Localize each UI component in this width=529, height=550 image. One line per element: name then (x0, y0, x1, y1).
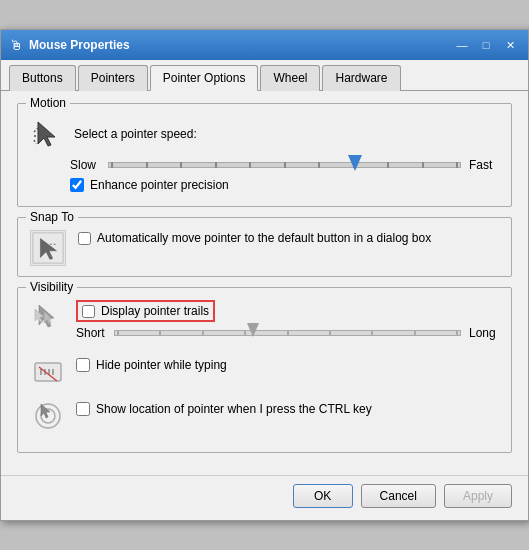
mouse-properties-window: 🖱 Mouse Properties — □ ✕ Buttons Pointer… (0, 29, 529, 521)
title-bar: 🖱 Mouse Properties — □ ✕ (1, 30, 528, 60)
svg-marker-0 (38, 122, 55, 146)
snap-label[interactable]: Automatically move pointer to the defaul… (97, 230, 431, 247)
motion-row: Select a pointer speed: (30, 116, 499, 152)
hide-typing-row: Hide pointer while typing (30, 354, 499, 390)
window-title: Mouse Properties (29, 38, 130, 52)
motion-section-title: Motion (26, 96, 70, 110)
precision-label[interactable]: Enhance pointer precision (90, 178, 229, 192)
speed-slider-container: Slow (70, 158, 499, 172)
snap-to-inner: Automatically move pointer to the defaul… (30, 230, 499, 266)
snap-checkbox-area: Automatically move pointer to the defaul… (78, 230, 431, 247)
fast-label: Fast (469, 158, 499, 172)
short-label: Short (76, 326, 106, 340)
title-bar-left: 🖱 Mouse Properties (9, 37, 130, 53)
speed-slider-track[interactable] (108, 162, 461, 168)
trails-row: Display pointer trails Short (30, 300, 499, 346)
ctrl-location-checkbox[interactable] (76, 402, 90, 416)
minimize-button[interactable]: — (452, 36, 472, 54)
trails-label[interactable]: Display pointer trails (101, 304, 209, 318)
svg-point-16 (36, 404, 60, 428)
ok-button[interactable]: OK (293, 484, 353, 508)
trails-checkbox[interactable] (82, 305, 95, 318)
tab-hardware[interactable]: Hardware (322, 65, 400, 91)
hide-typing-icon (30, 354, 66, 390)
speed-label: Select a pointer speed: (74, 127, 197, 141)
svg-line-3 (34, 140, 36, 144)
trails-checkbox-area: Display pointer trails (76, 300, 499, 322)
snap-to-section: Snap To Automatically move pointer to th… (17, 217, 512, 277)
precision-checkbox[interactable] (70, 178, 84, 192)
tab-wheel[interactable]: Wheel (260, 65, 320, 91)
trails-slider-thumb[interactable] (247, 323, 259, 337)
hide-typing-content: Hide pointer while typing (76, 354, 499, 372)
visibility-inner: Display pointer trails Short (30, 300, 499, 434)
snap-to-section-title: Snap To (26, 210, 78, 224)
content-area: Motion Select a pointer speed: Slow (1, 91, 528, 475)
snap-checkbox[interactable] (78, 232, 91, 245)
motion-cursor-icon (30, 116, 66, 152)
tab-buttons[interactable]: Buttons (9, 65, 76, 91)
trails-highlight-box: Display pointer trails (76, 300, 215, 322)
visibility-section: Visibility (17, 287, 512, 453)
window-icon: 🖱 (9, 37, 23, 53)
svg-line-1 (34, 128, 38, 132)
precision-row: Enhance pointer precision (70, 178, 499, 192)
ctrl-location-icon (30, 398, 66, 434)
close-button[interactable]: ✕ (500, 36, 520, 54)
snap-icon (30, 230, 66, 266)
ctrl-location-row: Show location of pointer when I press th… (30, 398, 499, 434)
title-controls: — □ ✕ (452, 36, 520, 54)
cancel-button[interactable]: Cancel (361, 484, 436, 508)
trails-icon (30, 300, 66, 336)
tab-pointers[interactable]: Pointers (78, 65, 148, 91)
trails-slider-track[interactable] (114, 330, 461, 336)
hide-typing-checkbox-row: Hide pointer while typing (76, 358, 499, 372)
maximize-button[interactable]: □ (476, 36, 496, 54)
footer: OK Cancel Apply (1, 475, 528, 520)
ctrl-location-checkbox-row: Show location of pointer when I press th… (76, 402, 499, 416)
trails-slider-container: Short (76, 326, 499, 340)
motion-section: Motion Select a pointer speed: Slow (17, 103, 512, 207)
speed-slider-thumb[interactable] (348, 155, 362, 171)
visibility-section-title: Visibility (26, 280, 77, 294)
ctrl-location-content: Show location of pointer when I press th… (76, 398, 499, 416)
tab-pointer-options[interactable]: Pointer Options (150, 65, 259, 91)
svg-marker-18 (41, 404, 50, 418)
slow-label: Slow (70, 158, 100, 172)
hide-typing-checkbox[interactable] (76, 358, 90, 372)
long-label: Long (469, 326, 499, 340)
svg-rect-10 (35, 363, 61, 381)
apply-button[interactable]: Apply (444, 484, 512, 508)
hide-typing-label[interactable]: Hide pointer while typing (96, 358, 227, 372)
ctrl-location-label[interactable]: Show location of pointer when I press th… (96, 402, 372, 416)
trails-content: Display pointer trails Short (76, 300, 499, 346)
tab-bar: Buttons Pointers Pointer Options Wheel H… (1, 60, 528, 91)
motion-section-inner: Select a pointer speed: Slow (30, 116, 499, 192)
